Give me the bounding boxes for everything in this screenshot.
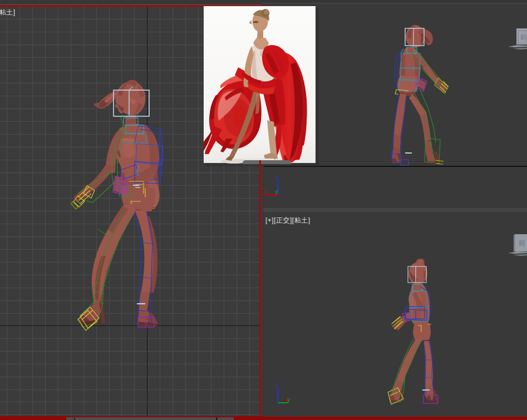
svg-text:y: y (275, 188, 278, 195)
svg-text:x: x (285, 397, 288, 403)
svg-text:z: z (276, 381, 279, 388)
svg-text:前: 前 (519, 239, 525, 247)
svg-text:x: x (263, 188, 267, 195)
svg-text:z: z (276, 174, 279, 181)
svg-text:前: 前 (520, 33, 527, 41)
